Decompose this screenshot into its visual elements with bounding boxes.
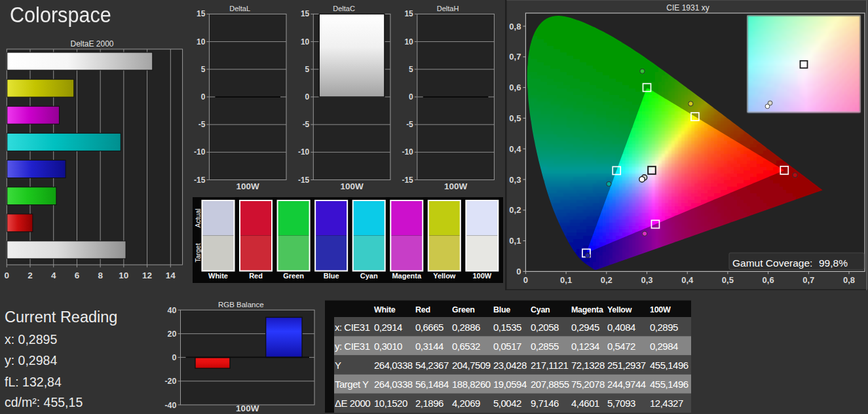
svg-text:0,3144: 0,3144 — [415, 341, 443, 352]
svg-text:Green: Green — [283, 272, 304, 280]
svg-text:-5: -5 — [198, 120, 206, 129]
svg-text:-10: -10 — [402, 147, 413, 157]
svg-text:y: 0,2984: y: 0,2984 — [5, 353, 57, 367]
svg-text:2,1896: 2,1896 — [415, 398, 443, 409]
svg-text:99,8%: 99,8% — [819, 257, 848, 269]
svg-text:0,8: 0,8 — [509, 22, 521, 31]
svg-text:188,8260: 188,8260 — [452, 379, 491, 390]
svg-text:0,5472: 0,5472 — [607, 341, 635, 352]
svg-text:9,7146: 9,7146 — [531, 398, 559, 409]
svg-text:264,0338: 264,0338 — [374, 360, 413, 371]
svg-text:-15: -15 — [402, 176, 413, 185]
svg-text:5,7093: 5,7093 — [607, 398, 635, 409]
svg-text:Yellow: Yellow — [607, 305, 632, 314]
svg-text:CIE 1931 xy: CIE 1931 xy — [666, 3, 709, 12]
svg-text:0,6: 0,6 — [763, 275, 774, 285]
svg-text:244,9744: 244,9744 — [607, 379, 646, 390]
svg-text:23,0428: 23,0428 — [493, 360, 527, 371]
svg-text:0: 0 — [516, 267, 521, 276]
svg-text:Blue: Blue — [493, 305, 510, 314]
svg-text:Y: Y — [335, 360, 341, 371]
svg-text:-10: -10 — [298, 147, 310, 157]
svg-text:0,2895: 0,2895 — [650, 322, 678, 333]
svg-text:5: 5 — [201, 65, 206, 74]
svg-text:-40: -40 — [164, 401, 176, 410]
svg-text:4,2069: 4,2069 — [452, 398, 480, 409]
svg-text:75,2078: 75,2078 — [571, 379, 605, 390]
svg-text:0: 0 — [201, 92, 206, 102]
svg-text:Magenta: Magenta — [392, 272, 422, 280]
svg-text:DeltaC: DeltaC — [333, 5, 355, 12]
svg-text:0,2: 0,2 — [601, 275, 613, 285]
svg-text:0,0517: 0,0517 — [493, 341, 521, 352]
svg-text:0,1: 0,1 — [509, 236, 521, 246]
svg-text:264,0338: 264,0338 — [374, 379, 413, 390]
svg-text:fL: 132,84: fL: 132,84 — [5, 375, 62, 389]
svg-text:10: 10 — [119, 271, 128, 280]
svg-text:Magenta: Magenta — [571, 305, 604, 314]
svg-text:cd/m²: 455,15: cd/m²: 455,15 — [5, 395, 83, 409]
svg-text:0,5: 0,5 — [722, 275, 734, 285]
svg-text:Cyan: Cyan — [360, 272, 378, 280]
svg-text:40: 40 — [168, 306, 177, 315]
svg-text:14: 14 — [166, 271, 176, 280]
svg-text:-5: -5 — [406, 120, 413, 129]
svg-text:0: 0 — [409, 92, 413, 102]
svg-text:0: 0 — [523, 275, 528, 285]
svg-text:DeltaE 2000: DeltaE 2000 — [70, 39, 113, 48]
svg-text:Blue: Blue — [324, 272, 339, 280]
svg-text:Target Y: Target Y — [335, 379, 369, 390]
svg-text:Cyan: Cyan — [531, 305, 550, 314]
svg-text:100W: 100W — [340, 181, 364, 191]
svg-text:0,4084: 0,4084 — [607, 322, 635, 333]
svg-text:2: 2 — [28, 271, 33, 280]
svg-text:100W: 100W — [444, 181, 468, 191]
svg-text:455,1496: 455,1496 — [650, 360, 689, 371]
svg-text:5,0042: 5,0042 — [493, 398, 521, 409]
svg-text:RGB Balance: RGB Balance — [218, 301, 264, 309]
svg-text:-20: -20 — [164, 377, 176, 386]
svg-text:y: CIE31: y: CIE31 — [335, 341, 370, 352]
svg-text:10: 10 — [197, 37, 206, 47]
svg-text:White: White — [208, 272, 228, 280]
svg-text:4,4601: 4,4601 — [571, 398, 599, 409]
svg-text:Red: Red — [415, 305, 430, 314]
svg-text:10: 10 — [404, 37, 413, 47]
svg-text:0,6532: 0,6532 — [452, 341, 480, 352]
svg-text:12: 12 — [142, 271, 152, 280]
svg-text:217,1121: 217,1121 — [531, 360, 569, 371]
svg-text:100W: 100W — [650, 305, 671, 314]
svg-text:15: 15 — [404, 9, 413, 18]
svg-text:0,6665: 0,6665 — [415, 322, 443, 333]
svg-text:12,4327: 12,4327 — [650, 398, 683, 409]
svg-text:0,4: 0,4 — [509, 144, 521, 154]
svg-text:0,7: 0,7 — [802, 275, 814, 285]
svg-text:54,2367: 54,2367 — [415, 360, 449, 371]
svg-text:-15: -15 — [298, 176, 310, 185]
svg-text:72,1328: 72,1328 — [571, 360, 605, 371]
svg-text:Actual: Actual — [194, 208, 202, 227]
svg-text:DeltaH: DeltaH — [437, 5, 459, 12]
svg-text:15: 15 — [301, 9, 310, 18]
svg-text:0,1: 0,1 — [560, 275, 572, 285]
svg-text:0,1535: 0,1535 — [493, 322, 521, 333]
svg-text:DeltaL: DeltaL — [229, 5, 250, 12]
svg-text:0,4: 0,4 — [681, 275, 694, 285]
svg-text:15: 15 — [197, 9, 206, 18]
svg-text:0,8: 0,8 — [843, 275, 855, 285]
svg-text:204,7509: 204,7509 — [452, 360, 491, 371]
svg-text:0,5: 0,5 — [509, 113, 521, 123]
svg-text:0,2914: 0,2914 — [374, 322, 402, 333]
svg-text:0,2886: 0,2886 — [452, 322, 480, 333]
svg-text:-15: -15 — [194, 176, 206, 185]
svg-text:207,8855: 207,8855 — [531, 379, 569, 390]
svg-text:0,2: 0,2 — [509, 205, 521, 215]
svg-text:ΔE 2000: ΔE 2000 — [335, 398, 370, 409]
svg-text:5: 5 — [409, 65, 413, 74]
svg-text:0,2855: 0,2855 — [531, 341, 559, 352]
svg-text:4: 4 — [51, 271, 56, 280]
svg-text:0,3010: 0,3010 — [374, 341, 402, 352]
svg-text:Yellow: Yellow — [433, 272, 456, 280]
svg-text:0,2945: 0,2945 — [571, 322, 599, 333]
svg-text:0: 0 — [172, 353, 177, 362]
